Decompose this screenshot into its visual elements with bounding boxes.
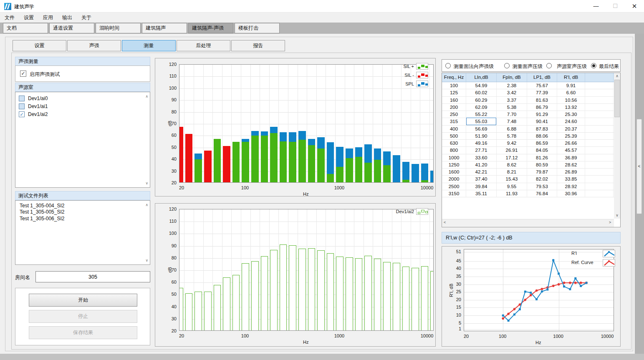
table-cell[interactable]: 1600 [442, 169, 466, 175]
table-cell[interactable]: 37.40 [466, 176, 497, 182]
button-开始[interactable]: 开始 [29, 294, 137, 307]
sub-tab-报告[interactable]: 报告 [231, 40, 285, 51]
table-cell[interactable]: 28.62 [557, 161, 585, 168]
table-cell[interactable] [585, 111, 614, 118]
table-cell[interactable]: 5.78 [497, 133, 527, 139]
table-cell[interactable]: 1250 [442, 161, 466, 168]
table-cell[interactable]: 45.57 [557, 147, 585, 154]
table-cell[interactable]: 9.55 [497, 183, 527, 190]
test-file-item[interactable]: Test 1_305-005_SI2 [16, 209, 137, 215]
table-cell[interactable] [585, 176, 614, 182]
test-file-item[interactable]: Test 1_305-004_SI2 [16, 202, 137, 209]
table-cell[interactable]: 26.89 [557, 169, 585, 175]
table-cell[interactable]: 315 [442, 118, 466, 125]
table-cell[interactable]: 26.66 [557, 140, 585, 146]
table-cell[interactable]: 20.37 [557, 126, 585, 132]
table-cell[interactable]: 76.84 [527, 190, 557, 197]
table-cell[interactable] [585, 126, 614, 132]
table-cell[interactable]: 81.63 [527, 97, 557, 103]
source-channel-item[interactable]: Dev1/ai0 [15, 94, 141, 102]
table-cell[interactable]: 51.90 [466, 133, 497, 139]
table-cell[interactable]: 2000 [442, 176, 466, 182]
table-cell[interactable]: 82.02 [527, 176, 557, 182]
table-cell[interactable]: 79.53 [527, 183, 557, 190]
table-cell[interactable] [585, 154, 614, 161]
table-cell[interactable] [585, 183, 614, 190]
scroll-up-icon[interactable]: ∧ [145, 94, 148, 98]
unchecked-checkbox-icon[interactable] [19, 103, 25, 109]
table-cell[interactable] [585, 147, 614, 154]
table-cell[interactable]: 6.88 [497, 126, 527, 132]
table-cell[interactable] [585, 140, 614, 146]
table-cell[interactable]: 62.09 [466, 104, 497, 111]
table-cell[interactable]: 91.29 [527, 111, 557, 118]
scroll-left-icon[interactable]: < [444, 220, 446, 224]
table-cell[interactable]: 79.87 [527, 169, 557, 175]
table-cell[interactable]: 55.03 [466, 118, 497, 125]
table-cell[interactable]: 24.60 [557, 118, 585, 125]
table-cell[interactable]: 400 [442, 126, 466, 132]
table-cell[interactable]: 7.48 [497, 118, 527, 125]
checked-checkbox-icon[interactable]: ✓ [19, 111, 25, 117]
table-cell[interactable] [585, 104, 614, 111]
table-cell[interactable]: 54.99 [466, 82, 497, 89]
main-tab-楼板打击[interactable]: 楼板打击 [235, 23, 280, 33]
table-cell[interactable]: 630 [442, 140, 466, 146]
table-cell[interactable] [585, 161, 614, 168]
table-cell[interactable]: 36.89 [557, 154, 585, 161]
table-cell[interactable]: 9.91 [557, 82, 585, 89]
main-tab-文档[interactable]: 文档 [3, 23, 48, 33]
table-cell[interactable]: 88.06 [527, 133, 557, 139]
table-cell[interactable]: 80.59 [527, 161, 557, 168]
table-cell[interactable]: 30.96 [557, 190, 585, 197]
table-cell[interactable]: 500 [442, 133, 466, 139]
sub-tab-测量[interactable]: 测量 [122, 40, 176, 51]
table-cell[interactable]: 28.92 [557, 183, 585, 190]
sub-tab-声强[interactable]: 声强 [67, 40, 121, 51]
table-cell[interactable]: 6.60 [557, 89, 585, 96]
table-cell[interactable]: 35.11 [466, 190, 497, 197]
table-cell[interactable]: 87.83 [527, 126, 557, 132]
table-cell[interactable]: 27.71 [466, 147, 497, 154]
scroll-down-icon[interactable]: ∨ [145, 181, 148, 185]
table-cell[interactable]: 75.67 [527, 82, 557, 89]
table-cell[interactable]: 160 [442, 97, 466, 103]
table-cell[interactable]: 25.39 [557, 133, 585, 139]
radio-声源室声压级[interactable] [546, 63, 552, 68]
table-cell[interactable] [585, 118, 614, 125]
table-cell[interactable] [585, 169, 614, 175]
table-cell[interactable]: 17.12 [497, 154, 527, 161]
table-cell[interactable]: 90.41 [527, 118, 557, 125]
main-tab-建筑隔声-声强[interactable]: 建筑隔声-声强 [188, 23, 233, 33]
table-cell[interactable]: 42.21 [466, 169, 497, 175]
scroll-down-icon[interactable]: ∨ [145, 258, 148, 262]
test-file-item[interactable]: Test 1_305-006_SI2 [16, 215, 137, 222]
table-cell[interactable]: 77.39 [527, 89, 557, 96]
table-cell[interactable] [585, 133, 614, 139]
table-cell[interactable]: 55.22 [466, 111, 497, 118]
menu-item-设置[interactable]: 设置 [19, 13, 38, 23]
table-cell[interactable]: 49.16 [466, 140, 497, 146]
table-cell[interactable]: 8.21 [497, 169, 527, 175]
table-cell[interactable]: 60.02 [466, 89, 497, 96]
table-cell[interactable] [585, 97, 614, 103]
table-cell[interactable]: 26.91 [497, 147, 527, 154]
table-cell[interactable]: 33.85 [557, 176, 585, 182]
main-tab-建筑隔声[interactable]: 建筑隔声 [142, 23, 187, 33]
menu-item-应用[interactable]: 应用 [38, 13, 58, 23]
main-tab-通道设置[interactable]: 通道设置 [49, 23, 94, 33]
table-cell[interactable]: 3150 [442, 190, 466, 197]
table-cell[interactable]: 41.20 [466, 161, 497, 168]
table-cell[interactable]: 86.59 [527, 140, 557, 146]
table-cell[interactable]: 3.42 [497, 89, 527, 96]
table-cell[interactable]: 9.42 [497, 140, 527, 146]
radio-最后结果[interactable] [591, 63, 596, 68]
table-cell[interactable] [585, 82, 614, 89]
scroll-right-icon[interactable]: > [609, 220, 611, 224]
minimize-button[interactable]: — [586, 0, 606, 13]
table-cell[interactable]: 2500 [442, 183, 466, 190]
table-cell[interactable]: 33.60 [466, 154, 497, 161]
menu-item-关于[interactable]: 关于 [77, 13, 96, 23]
table-cell[interactable]: 3.37 [497, 97, 527, 103]
enable-intensity-checkbox[interactable]: ✓ [20, 70, 26, 77]
